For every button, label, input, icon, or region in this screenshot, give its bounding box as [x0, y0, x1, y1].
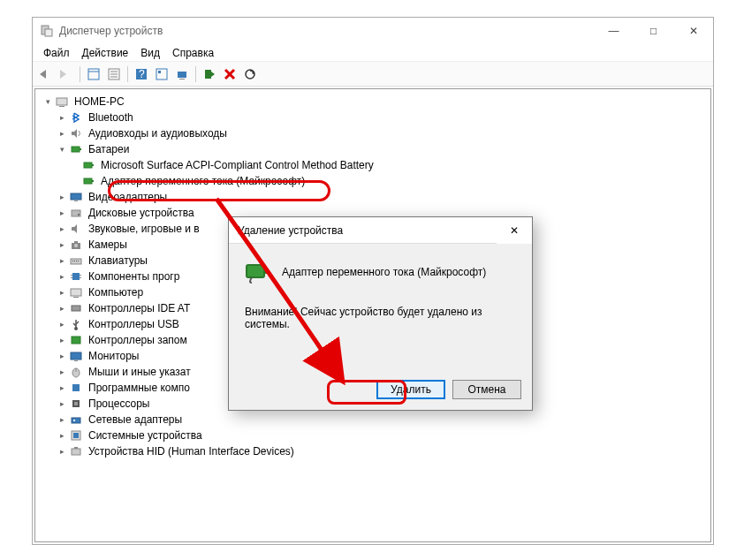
uninstall-dialog: Удаление устройства ✕ Адаптер переменног… [228, 216, 533, 411]
svg-rect-22 [84, 163, 92, 168]
uninstall-button[interactable] [220, 64, 239, 84]
dialog-device-name: Адаптер переменного тока (Майкрософт) [282, 266, 486, 278]
forward-button[interactable] [57, 64, 76, 84]
tree-root[interactable]: ▾HOME-PC [35, 93, 710, 109]
svg-rect-52 [74, 360, 78, 361]
expand-icon[interactable]: ▸ [57, 382, 67, 393]
expand-icon[interactable]: ▸ [57, 398, 67, 409]
show-hidden-button[interactable] [84, 64, 103, 84]
svg-rect-55 [72, 384, 80, 391]
cancel-button[interactable]: Отмена [452, 380, 521, 399]
battery-icon [69, 142, 83, 156]
expand-icon[interactable]: ▸ [57, 112, 67, 123]
expand-icon[interactable]: ▸ [57, 335, 67, 345]
minimize-button[interactable]: — [594, 18, 634, 44]
expand-icon[interactable]: ▸ [57, 303, 67, 314]
back-button[interactable] [36, 64, 56, 84]
tree-net[interactable]: ▸Сетевые адаптеры [35, 411, 710, 427]
svg-rect-64 [247, 265, 264, 277]
bluetooth-icon [69, 110, 83, 125]
tree-video[interactable]: ▸Видеоадаптеры [35, 188, 710, 204]
tree-hid[interactable]: ▸Устройства HID (Human Interface Devices… [35, 443, 710, 458]
titlebar: Диспетчер устройств — □ ✕ [33, 18, 713, 44]
tree-ac-adapter[interactable]: Адаптер переменного тока (Майкрософт) [35, 172, 710, 188]
battery-icon [81, 174, 95, 188]
collapse-icon[interactable]: ▾ [42, 96, 53, 107]
svg-rect-62 [72, 449, 80, 455]
scan-button[interactable] [172, 64, 192, 84]
monitor-icon [69, 349, 83, 363]
display-icon [69, 190, 83, 204]
svg-rect-10 [156, 69, 167, 79]
expand-icon[interactable]: ▸ [57, 414, 67, 425]
tree-bluetooth[interactable]: ▸Bluetooth [35, 109, 710, 125]
maximize-button[interactable]: □ [634, 18, 673, 44]
tree-system[interactable]: ▸Системные устройства [35, 427, 710, 443]
svg-rect-44 [73, 297, 79, 298]
expand-icon[interactable]: ▸ [57, 239, 67, 250]
computer-icon [55, 95, 69, 109]
svg-rect-11 [158, 71, 161, 73]
expand-icon[interactable]: ▸ [57, 271, 67, 282]
svg-rect-45 [72, 306, 80, 311]
svg-rect-32 [74, 241, 78, 243]
collapse-icon[interactable]: ▾ [57, 144, 67, 155]
cpu-icon [69, 397, 83, 411]
hid-icon [69, 444, 83, 458]
battery-icon [81, 158, 95, 172]
svg-rect-27 [74, 201, 78, 201]
tree-audio[interactable]: ▸Аудиовходы и аудиовыходы [35, 125, 710, 140]
dialog-titlebar: Удаление устройства ✕ [229, 217, 532, 244]
svg-rect-18 [57, 98, 67, 105]
expand-icon[interactable]: ▸ [57, 351, 67, 361]
update-driver-button[interactable] [200, 64, 219, 84]
expand-icon[interactable]: ▸ [57, 192, 67, 202]
expand-icon[interactable]: ▸ [57, 255, 67, 266]
svg-rect-23 [92, 164, 94, 166]
svg-rect-2 [88, 69, 99, 79]
toolbar: ? [33, 62, 713, 87]
camera-icon [69, 238, 83, 252]
usb-icon [69, 317, 83, 331]
controller-icon [69, 301, 83, 315]
svg-rect-59 [73, 420, 75, 421]
view-button[interactable] [152, 64, 171, 84]
scan-hardware-button[interactable] [240, 64, 260, 84]
computer-icon [69, 285, 83, 299]
properties-button[interactable] [104, 64, 124, 84]
menu-action[interactable]: Действие [77, 45, 134, 61]
svg-rect-28 [72, 210, 80, 216]
menu-file[interactable]: Файл [38, 45, 75, 61]
audio-icon [69, 126, 83, 140]
svg-rect-39 [71, 275, 72, 276]
expand-icon[interactable]: ▸ [57, 367, 67, 377]
expand-icon[interactable]: ▸ [57, 319, 67, 329]
tree-battery-acpi[interactable]: Microsoft Surface ACPI-Compliant Control… [35, 156, 710, 172]
svg-rect-63 [74, 447, 78, 449]
menu-help[interactable]: Справка [167, 45, 219, 61]
svg-rect-43 [71, 289, 81, 296]
uninstall-confirm-button[interactable]: Удалить [376, 380, 445, 399]
svg-rect-19 [59, 106, 65, 107]
component-icon [69, 381, 83, 395]
system-icon [69, 428, 83, 443]
svg-rect-26 [71, 193, 81, 200]
expand-icon[interactable]: ▸ [57, 446, 67, 457]
expand-icon[interactable]: ▸ [57, 128, 67, 139]
svg-rect-20 [72, 147, 80, 152]
expand-icon[interactable]: ▸ [57, 223, 67, 234]
svg-rect-37 [78, 261, 79, 261]
help-button[interactable]: ? [132, 64, 151, 84]
menu-view[interactable]: Вид [135, 45, 165, 61]
svg-rect-58 [72, 418, 80, 423]
close-button[interactable]: ✕ [673, 18, 713, 44]
dialog-close-button[interactable]: ✕ [497, 217, 532, 244]
expand-icon[interactable]: ▸ [57, 287, 67, 298]
battery-icon [243, 258, 271, 286]
svg-rect-50 [72, 337, 80, 344]
tree-batteries[interactable]: ▾Батареи [35, 140, 710, 156]
svg-rect-1 [45, 29, 52, 36]
expand-icon[interactable]: ▸ [57, 208, 67, 218]
expand-icon[interactable]: ▸ [57, 430, 67, 441]
app-icon [40, 24, 54, 38]
